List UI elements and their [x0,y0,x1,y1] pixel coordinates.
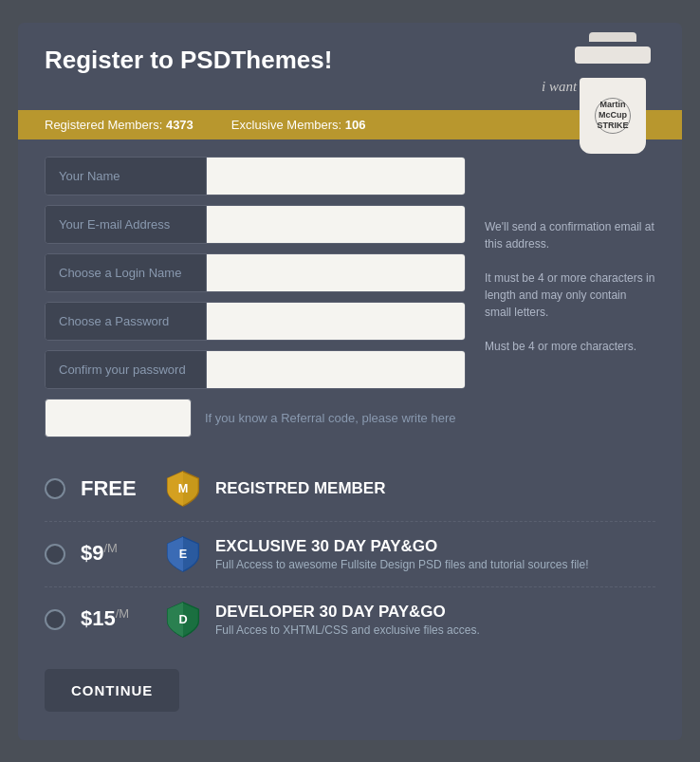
email-field-row: Your E-mail Address [45,205,466,244]
plan-developer-name: DEVELOPER 30 DAY PAY&GO [215,603,655,622]
referral-hint: If you know a Referral code, please writ… [205,411,455,425]
form-area: Your Name Your E-mail Address Choose a L… [18,139,682,447]
registration-card: Register to PSDThemes! Martin McCupSTRIK… [18,23,682,740]
confirm-label: Confirm your password [46,351,207,388]
plan-developer-row[interactable]: $15/M D DEVELOPER 30 DAY PAY&GO Full Acc… [45,587,655,652]
login-field-row: Choose a Login Name [45,253,466,292]
plan-free-info: REGISTRED MEMBER [215,479,655,498]
confirm-field-row: Confirm your password [45,350,466,389]
plan-exclusive-row[interactable]: $9/M E EXCLUSIVE 30 DAY PAY&GO Full Acce… [45,522,655,587]
svg-text:E: E [179,546,187,560]
name-input[interactable] [207,158,465,195]
plan-developer-radio[interactable] [45,609,65,630]
plan-developer-price: $15/M [81,606,147,631]
form-hints: We'll send a confirmation email at this … [466,157,655,447]
shield-exclusive-icon: E [164,535,202,573]
shield-free-icon: M [164,470,202,508]
plan-developer-info: DEVELOPER 30 DAY PAY&GO Full Acces to XH… [215,603,655,637]
svg-text:M: M [178,480,189,494]
tagline: i want donut! [45,79,617,95]
plan-exclusive-desc: Full Access to awesome Fullsite Design P… [215,558,655,571]
plan-exclusive-name: EXCLUSIVE 30 DAY PAY&GO [215,537,655,556]
referral-input[interactable] [45,399,192,437]
login-input[interactable] [207,254,465,291]
registered-members-stat: Registered Members: 4373 [45,118,193,132]
plan-exclusive-radio[interactable] [45,544,65,565]
confirm-input[interactable] [207,351,465,388]
card-header: Register to PSDThemes! Martin McCupSTRIK… [18,23,682,110]
password-label: Choose a Password [46,303,207,340]
plan-free-radio[interactable] [45,478,65,499]
plan-exclusive-info: EXCLUSIVE 30 DAY PAY&GO Full Access to a… [215,537,655,571]
plan-developer-desc: Full Acces to XHTML/CSS and exclusive fi… [215,623,655,637]
page-title: Register to PSDThemes! [45,46,655,75]
password-hint: Must be 4 or more characters. [485,338,655,355]
form-fields: Your Name Your E-mail Address Choose a L… [45,157,466,447]
exclusive-members-stat: Exclusive Members: 106 [231,118,366,132]
name-label: Your Name [46,158,207,195]
login-hint: It must be 4 or more characters in lengt… [485,269,655,321]
referral-row: If you know a Referral code, please writ… [45,399,466,437]
plans-area: FREE M REGISTRED MEMBER $9/M E EXCLUSIVE… [18,447,682,652]
shield-developer-icon: D [164,601,202,639]
password-input[interactable] [207,303,465,340]
plan-free-name: REGISTRED MEMBER [215,479,655,498]
password-field-row: Choose a Password [45,302,466,341]
continue-button[interactable]: CONTINUE [45,669,179,712]
login-label: Choose a Login Name [46,254,207,291]
email-label: Your E-mail Address [46,206,207,243]
svg-text:D: D [178,611,187,625]
plan-exclusive-price: $9/M [81,541,147,566]
plan-free-price: FREE [81,476,147,501]
name-field-row: Your Name [45,157,466,195]
email-input[interactable] [207,206,465,243]
coffee-cup-illustration: Martin McCupSTRIKE [570,32,655,137]
plan-free-row[interactable]: FREE M REGISTRED MEMBER [45,456,655,522]
email-hint: We'll send a confirmation email at this … [485,218,655,252]
